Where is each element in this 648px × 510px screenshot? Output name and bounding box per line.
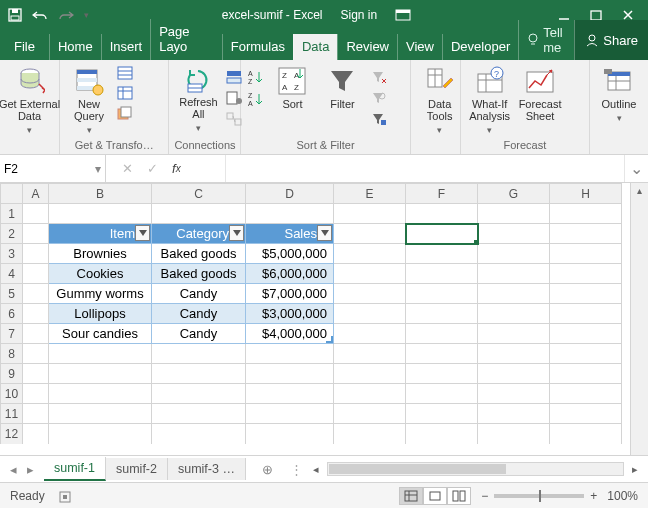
qat-customize-icon[interactable]: ▾: [84, 10, 89, 20]
row-header[interactable]: 11: [1, 404, 23, 424]
scroll-left-icon[interactable]: ◂: [309, 463, 323, 476]
cell[interactable]: $3,000,000: [246, 304, 334, 324]
cancel-formula-icon[interactable]: ✕: [122, 161, 133, 176]
cell[interactable]: $4,000,000: [246, 324, 334, 344]
tab-home[interactable]: Home: [49, 34, 101, 60]
cell[interactable]: Baked goods: [152, 264, 246, 284]
get-external-data-button[interactable]: Get External Data ▾: [6, 64, 53, 138]
row-header[interactable]: 7: [1, 324, 23, 344]
sort-button[interactable]: ZAAZ Sort: [269, 64, 315, 112]
macro-record-icon[interactable]: [59, 489, 75, 503]
tab-nav-next-icon[interactable]: ▸: [27, 462, 34, 477]
new-query-button[interactable]: New Query ▾: [66, 64, 112, 138]
sort-desc-icon[interactable]: ZA: [247, 90, 265, 108]
tab-file[interactable]: File: [0, 34, 49, 60]
scroll-up-icon[interactable]: ▴: [637, 185, 642, 196]
cell[interactable]: Gummy worms: [49, 284, 152, 304]
tab-nav-prev-icon[interactable]: ◂: [10, 462, 17, 477]
col-header[interactable]: G: [478, 184, 550, 204]
scroll-right-icon[interactable]: ▸: [628, 463, 642, 476]
sort-asc-icon[interactable]: AZ: [247, 68, 265, 86]
row-header[interactable]: 5: [1, 284, 23, 304]
outline-button[interactable]: Outline ▾: [596, 64, 642, 126]
clear-filter-icon[interactable]: [369, 68, 387, 86]
ribbon-options-icon[interactable]: [395, 9, 411, 21]
redo-icon[interactable]: [58, 8, 74, 22]
row-header[interactable]: 4: [1, 264, 23, 284]
cell[interactable]: Candy: [152, 304, 246, 324]
row-header[interactable]: 12: [1, 424, 23, 444]
active-cell[interactable]: [406, 224, 478, 244]
cell[interactable]: $6,000,000: [246, 264, 334, 284]
table-header-category[interactable]: Category: [152, 224, 246, 244]
formula-input[interactable]: [226, 155, 624, 182]
tab-developer[interactable]: Developer: [442, 34, 518, 60]
reapply-icon[interactable]: [369, 89, 387, 107]
row-header[interactable]: 9: [1, 364, 23, 384]
cell[interactable]: $7,000,000: [246, 284, 334, 304]
share-button[interactable]: Share: [574, 20, 648, 60]
cell[interactable]: Lollipops: [49, 304, 152, 324]
forecast-sheet-button[interactable]: Forecast Sheet: [517, 64, 564, 124]
zoom-value[interactable]: 100%: [607, 489, 638, 503]
name-box[interactable]: F2 ▾: [0, 155, 106, 182]
spreadsheet-grid[interactable]: A B C D E F G H 1 2 Item Category Sales …: [0, 183, 622, 444]
col-header[interactable]: F: [406, 184, 478, 204]
sheet-tab[interactable]: sumif-1: [44, 457, 106, 481]
zoom-out-icon[interactable]: −: [481, 489, 488, 503]
whatif-button[interactable]: ? What-If Analysis ▾: [467, 64, 513, 138]
row-header[interactable]: 3: [1, 244, 23, 264]
cell[interactable]: Brownies: [49, 244, 152, 264]
fx-icon[interactable]: fx: [172, 161, 181, 176]
vertical-scrollbar[interactable]: ▴: [630, 183, 648, 455]
col-header[interactable]: D: [246, 184, 334, 204]
filter-dropdown-icon[interactable]: [317, 225, 332, 241]
col-header[interactable]: E: [334, 184, 406, 204]
row-header[interactable]: 10: [1, 384, 23, 404]
sheet-tab[interactable]: sumif-3 …: [168, 458, 246, 480]
table-header-sales[interactable]: Sales: [246, 224, 334, 244]
row-header[interactable]: 2: [1, 224, 23, 244]
cell[interactable]: Candy: [152, 284, 246, 304]
recent-sources-icon[interactable]: [116, 104, 134, 122]
tab-data[interactable]: Data: [293, 34, 337, 60]
horizontal-scrollbar[interactable]: ◂ ▸: [303, 462, 648, 476]
row-header[interactable]: 6: [1, 304, 23, 324]
view-pagebreak-icon[interactable]: [447, 487, 471, 505]
from-table-icon[interactable]: [116, 84, 134, 102]
col-header[interactable]: B: [49, 184, 152, 204]
advanced-filter-icon[interactable]: [369, 110, 387, 128]
col-header[interactable]: A: [23, 184, 49, 204]
tab-review[interactable]: Review: [337, 34, 397, 60]
view-pagelayout-icon[interactable]: [423, 487, 447, 505]
row-header[interactable]: 1: [1, 204, 23, 224]
new-sheet-button[interactable]: ⊕: [246, 462, 290, 477]
cell[interactable]: Sour candies: [49, 324, 152, 344]
signin-link[interactable]: Sign in: [341, 8, 378, 22]
cell[interactable]: Baked goods: [152, 244, 246, 264]
filter-dropdown-icon[interactable]: [135, 225, 150, 241]
tell-me[interactable]: Tell me: [518, 20, 574, 60]
col-header[interactable]: H: [550, 184, 622, 204]
tab-formulas[interactable]: Formulas: [222, 34, 293, 60]
refresh-all-button[interactable]: Refresh All ▾: [175, 64, 221, 136]
filter-dropdown-icon[interactable]: [229, 225, 244, 241]
save-icon[interactable]: [8, 8, 22, 22]
data-tools-button[interactable]: Data Tools ▾: [417, 64, 463, 138]
tab-pagelayout[interactable]: Page Layo: [150, 19, 222, 60]
zoom-slider[interactable]: − +: [481, 489, 597, 503]
col-header[interactable]: C: [152, 184, 246, 204]
sheet-tab[interactable]: sumif-2: [106, 458, 168, 480]
undo-icon[interactable]: [32, 8, 48, 22]
cell[interactable]: $5,000,000: [246, 244, 334, 264]
expand-formula-icon[interactable]: ⌄: [624, 155, 648, 182]
accept-formula-icon[interactable]: ✓: [147, 161, 158, 176]
cell[interactable]: Cookies: [49, 264, 152, 284]
filter-button[interactable]: Filter: [319, 64, 365, 112]
zoom-in-icon[interactable]: +: [590, 489, 597, 503]
view-normal-icon[interactable]: [399, 487, 423, 505]
cell[interactable]: Candy: [152, 324, 246, 344]
row-header[interactable]: 8: [1, 344, 23, 364]
select-all-corner[interactable]: [1, 184, 23, 204]
table-header-item[interactable]: Item: [49, 224, 152, 244]
